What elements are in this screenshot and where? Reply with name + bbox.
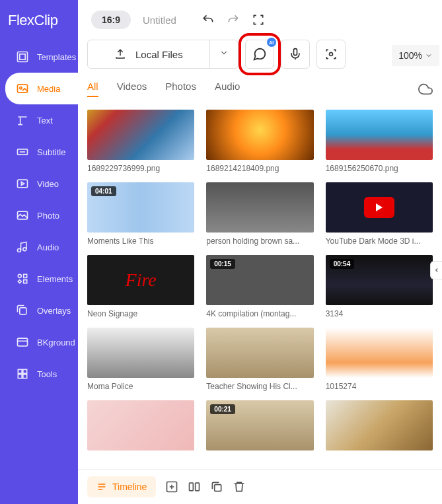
undo-icon[interactable] xyxy=(202,13,215,26)
media-thumbnail: 00:21 xyxy=(206,400,313,450)
media-item[interactable]: 04:01Moments Like This xyxy=(87,182,194,246)
duration-badge: 00:15 xyxy=(210,259,235,269)
local-files-label: Local Files xyxy=(135,49,183,60)
media-grid: 1689229736999.png1689214218409.png168915… xyxy=(78,104,442,469)
sidebar-item-label: Video xyxy=(37,179,59,189)
svg-point-3 xyxy=(20,87,22,89)
bottombar: Timeline xyxy=(78,469,442,504)
ai-badge: AI xyxy=(267,38,276,47)
sidebar-item-label: Audio xyxy=(37,242,59,252)
logo-text-light: Clip xyxy=(34,12,58,28)
media-item[interactable]: person holding brown sa... xyxy=(206,182,313,246)
media-thumbnail xyxy=(87,110,194,160)
timeline-button[interactable]: Timeline xyxy=(87,476,156,497)
media-item[interactable]: 1689214218409.png xyxy=(206,110,313,173)
aspect-ratio-button[interactable]: 16:9 xyxy=(91,11,131,29)
svg-rect-5 xyxy=(18,180,28,188)
media-thumbnail xyxy=(326,328,433,378)
sidebar-item-elements[interactable]: Elements xyxy=(5,263,78,295)
media-label: Teacher Showing His Cl... xyxy=(206,382,313,391)
media-item[interactable]: 1689156250670.png xyxy=(326,110,433,173)
media-item[interactable]: 1689229736999.png xyxy=(87,110,194,173)
svg-rect-20 xyxy=(190,483,194,491)
sidebar-item-label: Text xyxy=(37,116,53,126)
cloud-icon[interactable] xyxy=(418,82,433,96)
media-item[interactable]: FireNeon Signage xyxy=(87,255,194,318)
sidebar-item-label: Media xyxy=(37,84,60,94)
record-screen-button[interactable] xyxy=(316,40,346,69)
media-thumbnail xyxy=(87,328,194,378)
sidebar-item-text[interactable]: Text xyxy=(5,104,78,136)
tab-videos[interactable]: Videos xyxy=(117,81,147,97)
tab-photos[interactable]: Photos xyxy=(165,81,196,97)
media-item[interactable]: YouTube Dark Mode 3D i... xyxy=(326,182,433,246)
zoom-control[interactable]: 100% xyxy=(392,45,439,66)
media-thumbnail xyxy=(326,400,433,450)
media-thumbnail: 04:01 xyxy=(87,182,194,233)
project-title[interactable]: Untitled xyxy=(143,15,176,26)
split-icon[interactable] xyxy=(188,480,201,493)
media-thumbnail xyxy=(87,400,194,450)
tab-all[interactable]: All xyxy=(87,81,98,97)
sidebar-item-photo[interactable]: Photo xyxy=(5,199,78,231)
microphone-icon xyxy=(289,48,302,61)
local-files-dropdown[interactable] xyxy=(209,40,238,68)
trash-icon[interactable] xyxy=(233,480,246,493)
svg-rect-21 xyxy=(196,483,200,491)
media-thumbnail: 00:54 xyxy=(326,255,433,305)
sidebar-item-audio[interactable]: Audio xyxy=(5,231,78,263)
svg-point-18 xyxy=(329,53,332,56)
svg-rect-11 xyxy=(20,308,26,314)
media-item[interactable]: 00:154K compilation (montag... xyxy=(206,255,313,318)
collapse-panel-button[interactable] xyxy=(430,261,442,279)
media-item[interactable] xyxy=(326,400,433,454)
sidebar-item-bkground[interactable]: BKground xyxy=(5,326,78,358)
media-thumbnail xyxy=(206,328,313,378)
ai-chat-button[interactable]: AI xyxy=(245,40,274,69)
sidebar-item-label: Elements xyxy=(37,274,73,284)
svg-rect-14 xyxy=(23,369,27,373)
sidebar-item-overlays[interactable]: Overlays xyxy=(5,295,78,326)
media-item[interactable]: Teacher Showing His Cl... xyxy=(206,328,313,391)
copy-icon[interactable] xyxy=(210,480,223,493)
media-item[interactable]: 00:543134 xyxy=(326,255,433,318)
sidebar-item-tools[interactable]: Tools xyxy=(5,358,78,390)
sidebar-item-label: Overlays xyxy=(37,306,71,316)
fullscreen-icon[interactable] xyxy=(252,13,265,26)
main-panel: 16:9 Untitled 100% Local Files xyxy=(78,0,442,504)
svg-rect-13 xyxy=(18,369,22,373)
svg-rect-12 xyxy=(18,338,28,346)
svg-point-7 xyxy=(18,249,21,252)
logo-text-bold: Flex xyxy=(8,12,34,28)
sidebar-item-label: Tools xyxy=(37,369,57,379)
sidebar-item-subtitle[interactable]: Subtitle xyxy=(5,136,78,168)
svg-point-9 xyxy=(18,274,21,277)
media-item[interactable]: 00:21 xyxy=(206,400,313,454)
redo-icon[interactable] xyxy=(227,13,240,26)
svg-rect-2 xyxy=(18,85,28,92)
local-files-button[interactable]: Local Files xyxy=(87,40,239,69)
media-thumbnail xyxy=(206,110,313,160)
media-thumbnail xyxy=(206,182,313,233)
chevron-down-icon xyxy=(425,52,433,59)
sidebar: FlexClip TemplatesMediaTextSubtitleVideo… xyxy=(0,0,78,504)
media-thumbnail xyxy=(326,110,433,160)
import-toolbar: Local Files AI xyxy=(78,36,442,73)
microphone-button[interactable] xyxy=(281,40,310,69)
duration-badge: 00:21 xyxy=(210,404,235,414)
svg-rect-1 xyxy=(20,54,25,59)
media-item[interactable]: 1015274 xyxy=(326,328,433,391)
media-item[interactable]: Moma Police xyxy=(87,328,194,391)
svg-rect-0 xyxy=(18,52,28,62)
media-item[interactable] xyxy=(87,400,194,454)
chevron-left-icon xyxy=(433,267,440,273)
add-icon[interactable] xyxy=(165,480,178,493)
sidebar-item-templates[interactable]: Templates xyxy=(5,41,78,73)
media-label: 1689156250670.png xyxy=(326,164,433,173)
screen-record-icon xyxy=(324,48,338,61)
media-label: 1689214218409.png xyxy=(206,164,313,173)
tab-audio[interactable]: Audio xyxy=(215,81,240,97)
sidebar-item-video[interactable]: Video xyxy=(5,168,78,199)
sidebar-item-media[interactable]: Media xyxy=(5,73,78,104)
media-label: person holding brown sa... xyxy=(206,236,313,246)
